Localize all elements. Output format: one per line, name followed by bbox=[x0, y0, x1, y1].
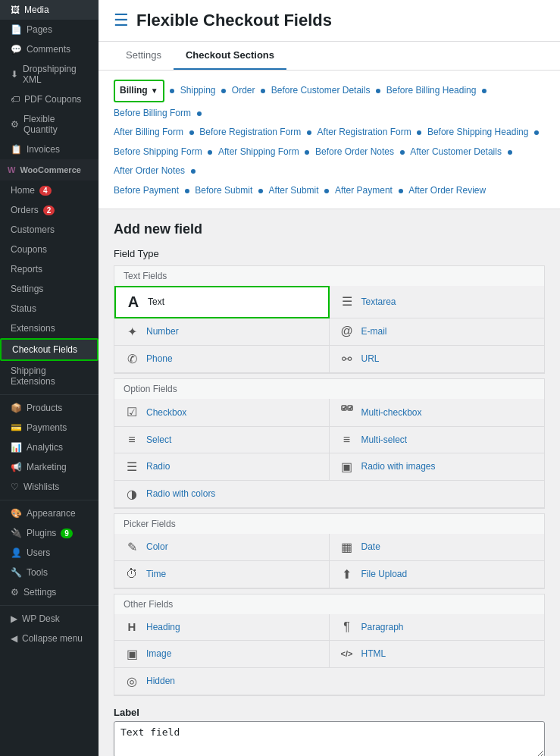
pill-before-registration-form[interactable]: Before Registration Form bbox=[199, 124, 301, 141]
pill-before-billing-form[interactable]: Before Billing Form bbox=[114, 105, 191, 122]
sidebar-item-home[interactable]: Home 4 bbox=[0, 180, 99, 200]
pill-after-billing-form[interactable]: After Billing Form bbox=[114, 124, 183, 141]
field-option-url[interactable]: ⚯ URL bbox=[330, 346, 545, 373]
page-header: ☰ Flexible Checkout Fields bbox=[99, 0, 560, 42]
checkbox-icon: ☑ bbox=[124, 405, 140, 419]
pill-after-payment[interactable]: After Payment bbox=[335, 183, 393, 199]
sidebar-item-tools[interactable]: 🔧 Tools bbox=[0, 563, 99, 582]
sidebar-item-dropshipping[interactable]: ⬇ Dropshipping XML bbox=[0, 59, 99, 89]
sidebar-item-woocommerce[interactable]: W WooCommerce bbox=[0, 159, 99, 180]
field-option-label: Select bbox=[146, 434, 171, 445]
field-option-paragraph[interactable]: ¶ Paragraph bbox=[330, 614, 545, 641]
pill-after-customer-details[interactable]: After Customer Details bbox=[410, 144, 502, 161]
collapse-icon: ◀ bbox=[11, 633, 17, 644]
sidebar-item-reports[interactable]: Reports bbox=[0, 259, 99, 279]
field-option-heading[interactable]: H Heading bbox=[114, 614, 330, 641]
sidebar-item-analytics[interactable]: 📊 Analytics bbox=[0, 438, 99, 457]
sidebar-item-wishlists[interactable]: ♡ Wishlists bbox=[0, 477, 99, 497]
field-option-radio[interactable]: ☰ Radio bbox=[114, 453, 330, 481]
pill-before-payment[interactable]: Before Payment bbox=[114, 183, 179, 199]
sidebar-item-extensions[interactable]: Extensions bbox=[0, 318, 99, 338]
content-area: Add new field Field Type Text Fields A T… bbox=[99, 209, 560, 756]
sidebar-item-wp-desk[interactable]: ▶ WP Desk bbox=[0, 609, 99, 629]
sidebar-item-checkout-fields[interactable]: Checkout Fields bbox=[0, 338, 99, 361]
label-input[interactable] bbox=[114, 721, 545, 756]
pill-after-order-notes[interactable]: After Order Notes bbox=[114, 163, 185, 180]
url-icon: ⚯ bbox=[339, 352, 355, 366]
sidebar-item-marketing[interactable]: 📢 Marketing bbox=[0, 457, 99, 477]
sidebar-item-appearance[interactable]: 🎨 Appearance bbox=[0, 503, 99, 523]
field-option-label: Radio with colors bbox=[146, 488, 215, 499]
sidebar-item-payments[interactable]: 💳 Payments bbox=[0, 418, 99, 438]
field-option-text[interactable]: A Text bbox=[114, 286, 330, 318]
sidebar-item-collapse-menu[interactable]: ◀ Collapse menu bbox=[0, 629, 99, 648]
billing-dropdown-icon[interactable]: ▼ bbox=[151, 84, 158, 98]
pages-icon: 📄 bbox=[11, 24, 22, 35]
field-option-radio-images[interactable]: ▣ Radio with images bbox=[330, 453, 545, 481]
sidebar-item-status[interactable]: Status bbox=[0, 299, 99, 318]
field-option-multi-select[interactable]: ≡ Multi-select bbox=[330, 427, 545, 453]
sidebar-item-plugins[interactable]: 🔌 Plugins 9 bbox=[0, 523, 99, 543]
sidebar-item-label: Users bbox=[27, 547, 50, 558]
sidebar-item-settings[interactable]: Settings bbox=[0, 279, 99, 299]
html-icon: </> bbox=[339, 649, 355, 658]
pill-billing[interactable]: Billing ▼ bbox=[114, 80, 164, 102]
field-option-label: Heading bbox=[146, 622, 180, 632]
field-option-image[interactable]: ▣ Image bbox=[114, 641, 330, 668]
tab-settings[interactable]: Settings bbox=[114, 42, 174, 70]
field-option-html[interactable]: </> HTML bbox=[330, 641, 545, 668]
field-option-label: Textarea bbox=[361, 296, 396, 307]
invoices-icon: 📋 bbox=[11, 144, 22, 155]
email-icon: @ bbox=[339, 325, 355, 338]
pill-order[interactable]: Order bbox=[232, 83, 255, 99]
pill-after-shipping-form[interactable]: After Shipping Form bbox=[218, 144, 299, 161]
pill-before-customer-details[interactable]: Before Customer Details bbox=[271, 83, 371, 99]
field-option-phone[interactable]: ✆ Phone bbox=[114, 346, 330, 373]
pill-after-registration-form[interactable]: After Registration Form bbox=[318, 124, 411, 141]
analytics-icon: 📊 bbox=[11, 442, 22, 453]
hidden-icon: ◎ bbox=[124, 674, 140, 689]
field-option-checkbox[interactable]: ☑ Checkbox bbox=[114, 399, 330, 427]
picker-fields-grid: ✎ Color ▦ Date ⏱ Time ⬆ File Upload bbox=[114, 534, 545, 589]
sidebar-item-pdf-coupons[interactable]: 🏷 PDF Coupons bbox=[0, 89, 99, 109]
pill-before-billing-heading[interactable]: Before Billing Heading bbox=[386, 83, 477, 99]
field-option-time[interactable]: ⏱ Time bbox=[114, 561, 330, 588]
pill-before-shipping-form[interactable]: Before Shipping Form bbox=[114, 144, 202, 161]
pill-before-shipping-heading[interactable]: Before Shipping Heading bbox=[427, 124, 528, 141]
dot bbox=[208, 150, 212, 155]
page-title: Flexible Checkout Fields bbox=[136, 11, 332, 30]
field-option-select[interactable]: ≡ Select bbox=[114, 427, 330, 453]
sidebar-item-products[interactable]: 📦 Products bbox=[0, 398, 99, 418]
sidebar-item-label: Dropshipping XML bbox=[23, 64, 91, 85]
sidebar-item-settings2[interactable]: ⚙ Settings bbox=[0, 582, 99, 602]
field-option-color[interactable]: ✎ Color bbox=[114, 534, 330, 561]
sidebar-item-users[interactable]: 👤 Users bbox=[0, 543, 99, 563]
field-option-file-upload[interactable]: ⬆ File Upload bbox=[330, 561, 545, 588]
field-option-email[interactable]: @ E-mail bbox=[330, 318, 545, 346]
tab-checkout-sections[interactable]: Checkout Sections bbox=[174, 42, 286, 70]
field-option-date[interactable]: ▦ Date bbox=[330, 534, 545, 561]
sidebar-item-media[interactable]: 🖼 Media bbox=[0, 0, 99, 20]
field-option-number[interactable]: ✦ Number bbox=[114, 318, 330, 346]
field-option-radio-colors[interactable]: ◑ Radio with colors bbox=[114, 481, 544, 508]
field-option-multi-checkbox[interactable]: Multi-checkbox bbox=[330, 399, 545, 427]
sidebar-item-label: PDF Coupons bbox=[24, 94, 81, 105]
sidebar-item-invoices[interactable]: 📋 Invoices bbox=[0, 140, 99, 159]
pill-after-order-review[interactable]: After Order Review bbox=[408, 183, 486, 199]
pill-shipping[interactable]: Shipping bbox=[180, 83, 216, 99]
sidebar-item-pages[interactable]: 📄 Pages bbox=[0, 20, 99, 39]
sidebar-item-orders[interactable]: Orders 2 bbox=[0, 200, 99, 220]
sidebar-item-customers[interactable]: Customers bbox=[0, 220, 99, 240]
pill-before-submit[interactable]: Before Submit bbox=[195, 183, 252, 199]
sidebar-item-comments[interactable]: 💬 Comments bbox=[0, 39, 99, 59]
page-header-icon: ☰ bbox=[114, 11, 129, 30]
sidebar-item-coupons[interactable]: Coupons bbox=[0, 240, 99, 259]
pill-after-submit[interactable]: After Submit bbox=[269, 183, 319, 199]
sidebar-item-shipping-extensions[interactable]: Shipping Extensions bbox=[0, 361, 99, 391]
field-option-label: Checkbox bbox=[146, 407, 186, 418]
pill-before-order-notes[interactable]: Before Order Notes bbox=[315, 144, 394, 161]
sidebar-item-flexible-quantity[interactable]: ⚙ Flexible Quantity bbox=[0, 109, 99, 140]
field-option-textarea[interactable]: ☰ Textarea bbox=[330, 286, 545, 318]
sidebar-item-label: Plugins bbox=[27, 528, 56, 538]
field-option-hidden[interactable]: ◎ Hidden bbox=[114, 668, 544, 695]
